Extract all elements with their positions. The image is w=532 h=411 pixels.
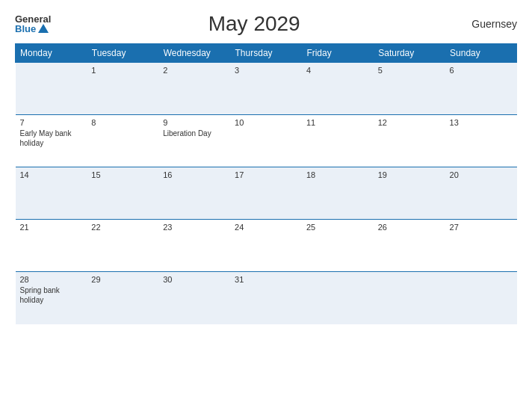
calendar-cell: 26 <box>374 220 445 272</box>
day-number: 15 <box>91 170 154 179</box>
day-number: 14 <box>20 170 83 179</box>
calendar-cell: 12 <box>374 115 445 167</box>
week-row-1: 123456 <box>16 63 517 115</box>
logo: General Blue <box>15 14 51 34</box>
region-label: Guernsey <box>457 18 517 30</box>
calendar-cell: 23 <box>158 220 230 272</box>
calendar-cell: 21 <box>16 220 87 272</box>
day-number: 1 <box>91 66 154 75</box>
day-number: 19 <box>378 170 441 179</box>
calendar-cell <box>302 272 374 324</box>
calendar-cell: 18 <box>302 167 374 220</box>
calendar-cell: 22 <box>87 220 158 272</box>
calendar-cell: 10 <box>230 115 302 167</box>
day-number: 13 <box>450 118 513 127</box>
col-saturday: Saturday <box>374 44 445 63</box>
logo-blue-text: Blue <box>15 24 49 34</box>
day-number: 29 <box>91 275 154 284</box>
calendar-title: May 2029 <box>51 12 457 36</box>
day-number: 24 <box>235 223 297 232</box>
calendar-table: Monday Tuesday Wednesday Thursday Friday… <box>15 43 517 324</box>
weekday-header-row: Monday Tuesday Wednesday Thursday Friday… <box>16 44 517 63</box>
calendar-cell: 16 <box>158 167 230 220</box>
day-number: 27 <box>450 223 513 232</box>
calendar-cell: 19 <box>374 167 445 220</box>
col-thursday: Thursday <box>230 44 302 63</box>
calendar-event: Liberation Day <box>163 129 226 138</box>
header: General Blue May 2029 Guernsey <box>15 12 517 36</box>
day-number: 7 <box>20 118 83 127</box>
calendar-cell: 17 <box>230 167 302 220</box>
day-number: 20 <box>450 170 513 179</box>
day-number: 26 <box>378 223 441 232</box>
col-friday: Friday <box>302 44 374 63</box>
calendar-cell: 11 <box>302 115 374 167</box>
calendar-cell: 31 <box>230 272 302 324</box>
day-number: 10 <box>235 118 297 127</box>
calendar-cell: 1 <box>87 63 158 115</box>
week-row-2: 7Early May bank holiday89Liberation Day1… <box>16 115 517 167</box>
calendar-cell: 7Early May bank holiday <box>16 115 87 167</box>
day-number: 21 <box>20 223 83 232</box>
day-number: 6 <box>450 66 513 75</box>
col-wednesday: Wednesday <box>158 44 230 63</box>
calendar-cell: 30 <box>158 272 230 324</box>
day-number: 12 <box>378 118 441 127</box>
calendar-cell <box>16 63 87 115</box>
day-number: 30 <box>163 275 226 284</box>
calendar-container: General Blue May 2029 Guernsey Monday Tu… <box>0 0 532 411</box>
day-number: 9 <box>163 118 226 127</box>
day-number: 28 <box>20 275 83 284</box>
week-row-5: 28Spring bank holiday293031 <box>16 272 517 324</box>
calendar-cell <box>374 272 445 324</box>
calendar-event: Early May bank holiday <box>20 129 83 148</box>
day-number: 5 <box>378 66 441 75</box>
day-number: 8 <box>91 118 154 127</box>
calendar-cell: 8 <box>87 115 158 167</box>
day-number: 16 <box>163 170 226 179</box>
day-number: 4 <box>306 66 369 75</box>
calendar-cell: 9Liberation Day <box>158 115 230 167</box>
day-number: 2 <box>163 66 226 75</box>
logo-triangle-icon <box>38 24 49 33</box>
calendar-cell: 29 <box>87 272 158 324</box>
day-number: 31 <box>235 275 297 284</box>
col-tuesday: Tuesday <box>87 44 158 63</box>
day-number: 25 <box>306 223 369 232</box>
calendar-cell: 27 <box>445 220 517 272</box>
calendar-cell: 25 <box>302 220 374 272</box>
calendar-cell: 4 <box>302 63 374 115</box>
calendar-cell: 14 <box>16 167 87 220</box>
col-monday: Monday <box>16 44 87 63</box>
calendar-cell: 13 <box>445 115 517 167</box>
day-number: 22 <box>91 223 154 232</box>
calendar-cell: 2 <box>158 63 230 115</box>
calendar-event: Spring bank holiday <box>20 285 83 305</box>
calendar-cell <box>445 272 517 324</box>
calendar-cell: 3 <box>230 63 302 115</box>
calendar-cell: 20 <box>445 167 517 220</box>
day-number: 17 <box>235 170 297 179</box>
day-number: 3 <box>235 66 297 75</box>
calendar-cell: 24 <box>230 220 302 272</box>
day-number: 18 <box>306 170 369 179</box>
day-number: 23 <box>163 223 226 232</box>
day-number: 11 <box>306 118 369 127</box>
calendar-cell: 6 <box>445 63 517 115</box>
col-sunday: Sunday <box>445 44 517 63</box>
week-row-3: 14151617181920 <box>16 167 517 220</box>
calendar-cell: 28Spring bank holiday <box>16 272 87 324</box>
week-row-4: 21222324252627 <box>16 220 517 272</box>
calendar-cell: 15 <box>87 167 158 220</box>
calendar-cell: 5 <box>374 63 445 115</box>
